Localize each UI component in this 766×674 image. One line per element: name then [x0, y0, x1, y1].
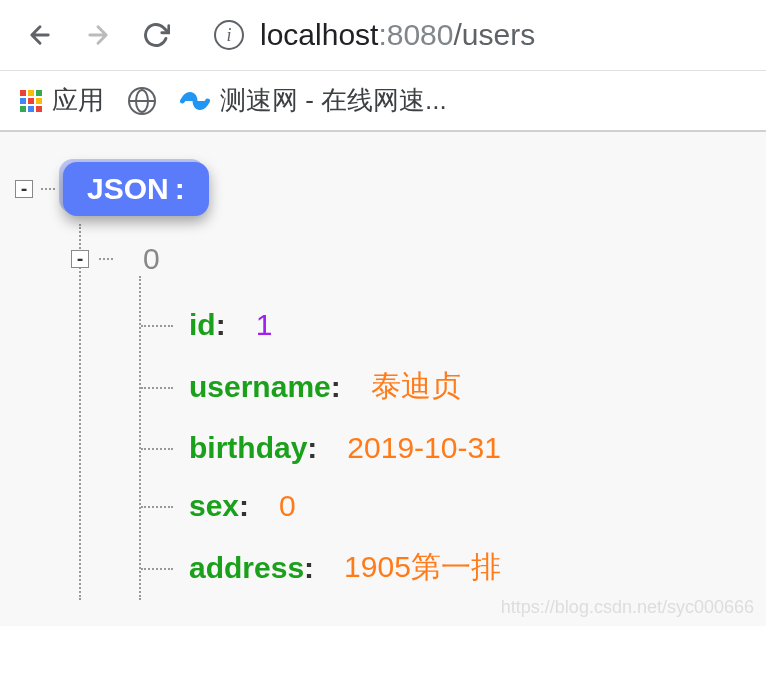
site-info-icon[interactable]: i: [214, 20, 244, 50]
toggle-node-0[interactable]: -: [71, 250, 89, 268]
apps-icon: [20, 90, 42, 112]
prop-key: id: [189, 308, 216, 342]
tree-level-2: id : 1 username : 泰迪贞 birthday : 2019-10…: [139, 276, 751, 600]
prop-colon: :: [216, 308, 226, 342]
json-viewer: - JSON : - 0 id : 1 username : 泰迪贞 birth…: [0, 132, 766, 626]
apps-label: 应用: [52, 83, 104, 118]
toggle-root[interactable]: -: [15, 180, 33, 198]
speedtest-label: 测速网 - 在线网速...: [220, 83, 447, 118]
prop-row-id: id : 1: [141, 296, 751, 354]
forward-button[interactable]: [78, 15, 118, 55]
apps-bookmark[interactable]: 应用: [20, 83, 104, 118]
prop-value: 2019-10-31: [347, 431, 500, 465]
prop-key: username: [189, 370, 331, 404]
json-root-colon: :: [175, 172, 185, 206]
prop-value: 1905第一排: [344, 547, 501, 588]
url-bar[interactable]: i localhost:8080/users: [194, 18, 746, 52]
prop-row-birthday: birthday : 2019-10-31: [141, 419, 751, 477]
prop-key: address: [189, 551, 304, 585]
browser-toolbar: i localhost:8080/users: [0, 0, 766, 71]
tree-level-1: - 0 id : 1 username : 泰迪贞 birthday : 201…: [79, 224, 751, 600]
tree-node-0: - 0: [71, 242, 741, 276]
globe-bookmark[interactable]: [128, 87, 156, 115]
bookmarks-bar: 应用 测速网 - 在线网速...: [0, 71, 766, 132]
reload-button[interactable]: [136, 15, 176, 55]
json-root-label: JSON: [87, 172, 169, 206]
prop-value: 泰迪贞: [371, 366, 461, 407]
prop-colon: :: [331, 370, 341, 404]
prop-row-address: address : 1905第一排: [141, 535, 751, 600]
tree-connector: [41, 188, 55, 190]
json-root-badge[interactable]: JSON :: [63, 162, 209, 216]
back-button[interactable]: [20, 15, 60, 55]
prop-value: 0: [279, 489, 296, 523]
array-index-0: 0: [143, 242, 160, 276]
tree-connector: [99, 258, 113, 260]
globe-icon: [128, 87, 156, 115]
prop-key: birthday: [189, 431, 307, 465]
speedtest-icon: [180, 86, 210, 116]
prop-colon: :: [239, 489, 249, 523]
prop-colon: :: [304, 551, 314, 585]
speedtest-bookmark[interactable]: 测速网 - 在线网速...: [180, 83, 447, 118]
prop-key: sex: [189, 489, 239, 523]
watermark: https://blog.csdn.net/syc000666: [501, 597, 754, 618]
tree-root: - JSON :: [15, 162, 751, 216]
url-text: localhost:8080/users: [260, 18, 535, 52]
prop-colon: :: [307, 431, 317, 465]
prop-row-username: username : 泰迪贞: [141, 354, 751, 419]
prop-value: 1: [256, 308, 273, 342]
prop-row-sex: sex : 0: [141, 477, 751, 535]
